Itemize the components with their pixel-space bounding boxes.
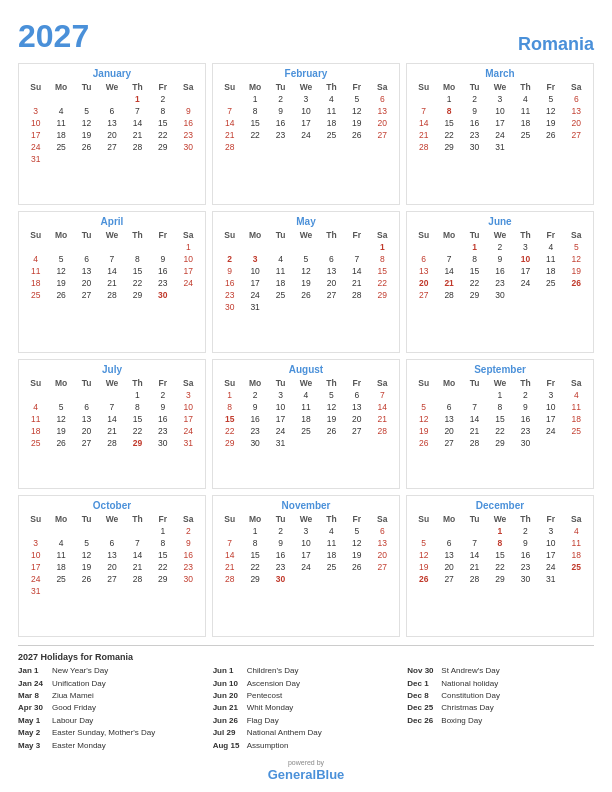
day-header: Th bbox=[125, 81, 150, 93]
day-header: Th bbox=[319, 81, 344, 93]
calendar-day: 12 bbox=[411, 549, 436, 561]
calendar-day: 2 bbox=[150, 93, 175, 105]
calendar-day bbox=[99, 241, 124, 253]
calendar-day: 19 bbox=[564, 265, 589, 277]
calendar-day: 21 bbox=[125, 129, 150, 141]
day-header: Sa bbox=[176, 513, 201, 525]
calendar-day: 2 bbox=[268, 525, 293, 537]
holiday-name: Easter Sunday, Mother's Day bbox=[52, 728, 155, 738]
calendar-day: 14 bbox=[436, 265, 461, 277]
calendar-day: 28 bbox=[462, 573, 487, 585]
calendar-day: 15 bbox=[150, 117, 175, 129]
calendar-day: 27 bbox=[370, 129, 395, 141]
calendar-day bbox=[293, 301, 318, 313]
calendar-day: 6 bbox=[74, 253, 99, 265]
calendar-day bbox=[74, 585, 99, 597]
calendar-day: 15 bbox=[370, 265, 395, 277]
holiday-item: Nov 30St Andrew's Day bbox=[407, 666, 594, 676]
holiday-item: Mar 8Ziua Mamei bbox=[18, 691, 205, 701]
holiday-name: Labour Day bbox=[52, 716, 93, 726]
calendar-day: 27 bbox=[74, 289, 99, 301]
calendar-day: 27 bbox=[436, 573, 461, 585]
calendar-day: 18 bbox=[23, 425, 48, 437]
calendar-day: 27 bbox=[370, 561, 395, 573]
calendar-day: 29 bbox=[242, 573, 267, 585]
calendar-day bbox=[293, 437, 318, 449]
calendar-day: 24 bbox=[293, 561, 318, 573]
day-header: Fr bbox=[150, 229, 175, 241]
calendar-day bbox=[462, 525, 487, 537]
calendar-day: 1 bbox=[242, 525, 267, 537]
day-header: Su bbox=[217, 513, 242, 525]
calendar-day: 12 bbox=[538, 105, 563, 117]
calendar-day: 1 bbox=[125, 389, 150, 401]
calendar-day: 27 bbox=[411, 289, 436, 301]
calendar-day: 10 bbox=[242, 265, 267, 277]
calendar-day: 13 bbox=[99, 549, 124, 561]
calendar-day bbox=[538, 437, 563, 449]
calendar-day: 17 bbox=[538, 549, 563, 561]
day-header: Fr bbox=[344, 377, 369, 389]
calendar-day: 16 bbox=[150, 265, 175, 277]
calendar-day: 25 bbox=[23, 437, 48, 449]
calendar-day: 3 bbox=[268, 389, 293, 401]
calendar-day: 21 bbox=[99, 277, 124, 289]
calendar-day: 15 bbox=[125, 413, 150, 425]
day-header: Th bbox=[125, 229, 150, 241]
footer: powered by GeneralBlue bbox=[18, 759, 594, 782]
calendar-day: 27 bbox=[74, 437, 99, 449]
calendar-day: 29 bbox=[150, 573, 175, 585]
calendar-day: 25 bbox=[319, 561, 344, 573]
holiday-item: May 3Easter Monday bbox=[18, 741, 205, 751]
calendar-day bbox=[344, 141, 369, 153]
calendar-day bbox=[99, 585, 124, 597]
month-block-august: AugustSuMoTuWeThFrSa12345678910111213141… bbox=[212, 359, 400, 489]
calendar-day: 17 bbox=[513, 265, 538, 277]
calendar-day: 20 bbox=[436, 425, 461, 437]
calendar-day: 13 bbox=[74, 413, 99, 425]
calendar-day: 4 bbox=[319, 525, 344, 537]
calendar-day: 17 bbox=[293, 117, 318, 129]
month-name: January bbox=[23, 68, 201, 79]
calendar-day: 31 bbox=[176, 437, 201, 449]
holiday-date: May 1 bbox=[18, 716, 52, 726]
calendar-day: 24 bbox=[293, 129, 318, 141]
day-header: Fr bbox=[344, 513, 369, 525]
day-header: We bbox=[487, 377, 512, 389]
day-header: Sa bbox=[564, 81, 589, 93]
calendar-day bbox=[217, 93, 242, 105]
calendar-day: 2 bbox=[217, 253, 242, 265]
calendar-day: 30 bbox=[176, 141, 201, 153]
day-header: Th bbox=[513, 229, 538, 241]
calendar-day bbox=[48, 241, 73, 253]
calendar-day: 18 bbox=[564, 549, 589, 561]
calendar-day: 13 bbox=[74, 265, 99, 277]
holiday-item: Dec 8Constitution Day bbox=[407, 691, 594, 701]
calendar-day: 20 bbox=[74, 425, 99, 437]
month-name: May bbox=[217, 216, 395, 227]
calendar-day bbox=[436, 525, 461, 537]
calendar-day: 13 bbox=[564, 105, 589, 117]
calendar-day bbox=[411, 525, 436, 537]
calendar-day: 14 bbox=[411, 117, 436, 129]
calendar-day bbox=[319, 301, 344, 313]
calendar-day: 5 bbox=[48, 253, 73, 265]
calendar-day: 5 bbox=[538, 93, 563, 105]
month-name: July bbox=[23, 364, 201, 375]
calendar-day: 4 bbox=[319, 93, 344, 105]
calendar-day: 1 bbox=[242, 93, 267, 105]
calendar-day: 20 bbox=[99, 561, 124, 573]
calendar-day: 10 bbox=[487, 105, 512, 117]
calendar-day: 28 bbox=[217, 573, 242, 585]
calendar-day bbox=[48, 525, 73, 537]
holiday-name: Unification Day bbox=[52, 679, 106, 689]
calendar-day: 19 bbox=[344, 117, 369, 129]
calendar-day: 29 bbox=[217, 437, 242, 449]
calendar-day: 20 bbox=[99, 129, 124, 141]
calendar-day: 25 bbox=[564, 561, 589, 573]
calendar-day: 18 bbox=[564, 413, 589, 425]
calendar-day bbox=[125, 241, 150, 253]
calendar-day: 6 bbox=[436, 401, 461, 413]
holiday-name: Children's Day bbox=[247, 666, 299, 676]
calendar-day: 31 bbox=[23, 585, 48, 597]
